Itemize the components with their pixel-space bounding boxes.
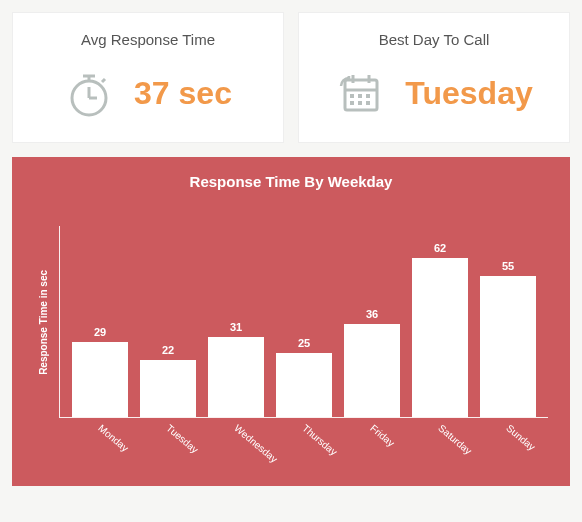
bar-col: 29Monday <box>72 326 128 417</box>
bar-col: 36Friday <box>344 308 400 417</box>
bar-value-label: 29 <box>94 326 106 338</box>
bar <box>276 353 332 417</box>
chart-title: Response Time By Weekday <box>34 173 548 190</box>
bar-col: 22Tuesday <box>140 344 196 417</box>
chart-area: Response Time in sec 29Monday22Tuesday31… <box>34 226 548 466</box>
bar-col: 25Thursday <box>276 337 332 417</box>
bar-category-label: Wednesday <box>232 422 279 464</box>
bar-value-label: 36 <box>366 308 378 320</box>
calendar-icon <box>335 68 385 118</box>
bar-value-label: 62 <box>434 242 446 254</box>
bar <box>412 258 468 417</box>
bar-category-label: Thursday <box>300 422 339 457</box>
svg-rect-11 <box>358 94 362 98</box>
best-day-title: Best Day To Call <box>309 31 559 48</box>
best-day-value: Tuesday <box>405 75 532 112</box>
bar-category-label: Monday <box>96 422 130 453</box>
bar-value-label: 55 <box>502 260 514 272</box>
svg-line-5 <box>102 79 105 82</box>
best-day-card: Best Day To Call <box>298 12 570 143</box>
chart-bars: 29Monday22Tuesday31Wednesday25Thursday36… <box>59 226 548 418</box>
stopwatch-icon <box>64 68 114 118</box>
chart-y-axis-label: Response Time in sec <box>34 270 53 375</box>
bar-col: 55Sunday <box>480 260 536 417</box>
bar-col: 62Saturday <box>412 242 468 417</box>
svg-rect-13 <box>350 101 354 105</box>
bar-value-label: 22 <box>162 344 174 356</box>
svg-rect-15 <box>366 101 370 105</box>
bar-value-label: 31 <box>230 321 242 333</box>
bar <box>344 324 400 417</box>
avg-response-card: Avg Response Time 37 sec <box>12 12 284 143</box>
chart-panel: Response Time By Weekday Response Time i… <box>12 157 570 486</box>
bar-category-label: Friday <box>368 422 396 448</box>
avg-response-body: 37 sec <box>23 68 273 118</box>
svg-rect-12 <box>366 94 370 98</box>
svg-rect-10 <box>350 94 354 98</box>
bar-category-label: Saturday <box>436 422 474 456</box>
avg-response-value: 37 sec <box>134 75 232 112</box>
avg-response-title: Avg Response Time <box>23 31 273 48</box>
bar-value-label: 25 <box>298 337 310 349</box>
bar-category-label: Sunday <box>504 422 537 452</box>
stat-cards: Avg Response Time 37 sec Best Day To Cal… <box>12 12 570 143</box>
best-day-body: Tuesday <box>309 68 559 118</box>
bar <box>480 276 536 417</box>
svg-rect-14 <box>358 101 362 105</box>
bar-col: 31Wednesday <box>208 321 264 417</box>
bar <box>72 342 128 417</box>
bar <box>208 337 264 417</box>
bar <box>140 360 196 417</box>
bar-category-label: Tuesday <box>164 422 200 455</box>
